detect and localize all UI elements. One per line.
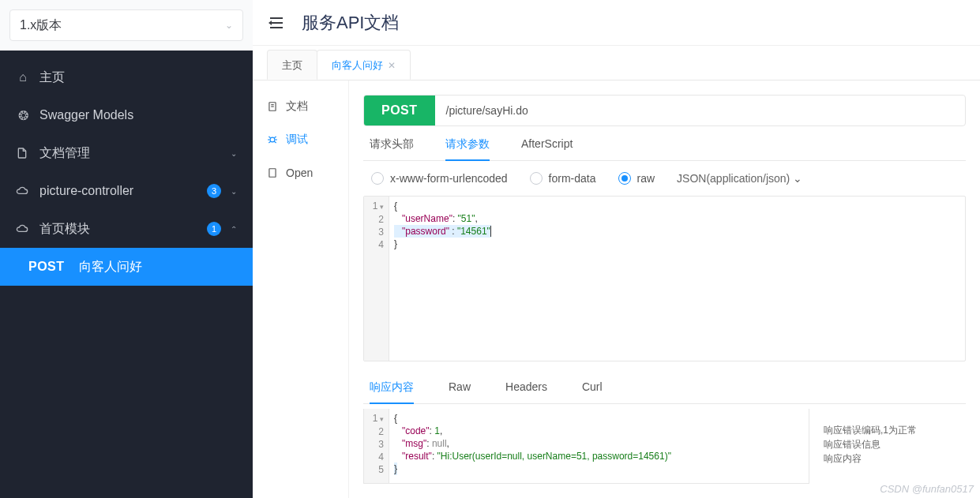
chevron-down-icon: ⌄ (225, 20, 233, 31)
resp-tab-content[interactable]: 响应内容 (370, 380, 414, 404)
side-tabs: 文档 调试 Open (253, 81, 349, 498)
line-number: 1 (364, 200, 384, 213)
chevron-down-icon: ⌄ (231, 149, 237, 158)
side-tab-open-label: Open (286, 167, 313, 179)
side-tab-open[interactable]: Open (253, 156, 348, 189)
close-icon[interactable]: ✕ (388, 60, 396, 71)
version-select[interactable]: 1.x版本 ⌄ (9, 9, 243, 41)
line-number: 3 (364, 438, 384, 451)
svg-line-10 (274, 137, 276, 138)
version-select-wrap: 1.x版本 ⌄ (0, 0, 253, 51)
response-area: 1 2 3 4 5 { "code": 1, "msg": null, "res… (363, 409, 966, 484)
caret (490, 226, 491, 237)
header: 服务API文档 (253, 0, 980, 46)
request-body-editor[interactable]: 1 2 3 4 { "userName": "51", "password" :… (363, 196, 966, 361)
svg-rect-13 (269, 169, 276, 178)
response-meta: 响应错误编码,1为正常 响应错误信息 响应内容 (824, 409, 966, 484)
req-tab-afterscript[interactable]: AfterScript (521, 137, 573, 160)
radio-icon (371, 172, 384, 185)
response-body-editor[interactable]: 1 2 3 4 5 { "code": 1, "msg": null, "res… (363, 409, 809, 484)
chevron-down-icon: ⌄ (793, 172, 802, 185)
side-tab-debug[interactable]: 调试 (253, 123, 348, 156)
radio-label: form-data (549, 172, 596, 185)
nav-picture-controller-label: picture-controller (39, 184, 197, 198)
badge-count: 1 (207, 222, 221, 236)
svg-point-6 (270, 137, 275, 142)
method-badge: POST (364, 95, 435, 125)
main: 服务API文档 主页 向客人问好 ✕ 文档 (253, 0, 980, 498)
line-number: 4 (364, 451, 384, 463)
radio-label: x-www-form-urlencoded (390, 172, 508, 185)
line-number: 4 (364, 238, 384, 251)
side-tab-doc-label: 文档 (286, 99, 308, 114)
request-line: POST /picture/sayHi.do (363, 95, 966, 126)
nav-doc-mgmt[interactable]: 文档管理 ⌄ (0, 134, 253, 172)
meta-result: 响应内容 (824, 451, 966, 466)
gutter: 1 2 3 4 (364, 197, 389, 361)
sidebar: 1.x版本 ⌄ ⌂ 主页 ❂ Swagger Models 文档管理 ⌄ (0, 0, 253, 498)
tab-greet[interactable]: 向客人问好 ✕ (317, 50, 411, 80)
nav-home-module[interactable]: 首页模块 1 ⌃ (0, 210, 253, 248)
req-tab-headers[interactable]: 请求头部 (370, 137, 414, 160)
chevron-down-icon: ⌄ (231, 187, 237, 196)
bug-icon (267, 134, 278, 145)
line-number: 2 (364, 425, 384, 438)
chevron-up-icon: ⌃ (231, 225, 237, 234)
radio-icon (530, 172, 543, 185)
code-area[interactable]: { "code": 1, "msg": null, "result": "Hi:… (389, 409, 809, 483)
tab-greet-label: 向客人问好 (332, 58, 383, 73)
svg-line-11 (268, 141, 270, 143)
line-number: 1 (364, 412, 384, 425)
tab-main[interactable]: 主页 (267, 50, 317, 80)
menu-collapse-icon[interactable] (268, 17, 284, 29)
home-icon: ⌂ (16, 70, 30, 84)
nav: ⌂ 主页 ❂ Swagger Models 文档管理 ⌄ picture-con… (0, 51, 253, 286)
radio-urlencoded[interactable]: x-www-form-urlencoded (371, 172, 508, 185)
resp-tab-raw[interactable]: Raw (449, 380, 471, 403)
code-area[interactable]: { "userName": "51", "password" : "14561"… (389, 197, 965, 361)
content: POST /picture/sayHi.do 请求头部 请求参数 AfterSc… (349, 81, 980, 498)
doc-icon (267, 101, 278, 112)
radio-raw[interactable]: raw (618, 172, 655, 185)
cube-icon: ❂ (16, 108, 30, 123)
body-type-radios: x-www-form-urlencoded form-data raw JSON… (363, 161, 966, 196)
line-number: 3 (364, 226, 384, 238)
method-label: POST (28, 260, 65, 274)
tab-main-label: 主页 (282, 58, 302, 73)
cloud-icon (16, 223, 30, 234)
nav-doc-mgmt-label: 文档管理 (39, 145, 221, 162)
nav-home-module-label: 首页模块 (39, 221, 197, 238)
meta-msg: 响应错误信息 (824, 437, 966, 451)
nav-sub-label: 向客人问好 (79, 259, 142, 275)
file-icon (16, 147, 30, 159)
nav-swagger-label: Swagger Models (39, 108, 237, 122)
svg-line-9 (268, 137, 270, 138)
radio-icon (618, 172, 631, 185)
top-tabs: 主页 向客人问好 ✕ (253, 46, 980, 81)
side-tab-doc[interactable]: 文档 (253, 90, 348, 123)
content-type-select[interactable]: JSON(application/json) ⌄ (677, 172, 802, 185)
side-tab-debug-label: 调试 (286, 133, 308, 147)
line-number: 5 (364, 463, 384, 476)
gutter: 1 2 3 4 5 (364, 409, 389, 483)
nav-sub-greet[interactable]: POST 向客人问好 (0, 248, 253, 286)
response-tabs: 响应内容 Raw Headers Curl (363, 369, 966, 404)
badge-count: 3 (207, 184, 221, 198)
page-title: 服务API文档 (302, 11, 399, 35)
radio-label: raw (637, 172, 655, 185)
req-tab-params[interactable]: 请求参数 (445, 137, 490, 161)
line-number: 2 (364, 213, 384, 226)
nav-swagger-models[interactable]: ❂ Swagger Models (0, 96, 253, 134)
resp-tab-headers[interactable]: Headers (505, 380, 547, 403)
watermark: CSDN @funfan0517 (880, 483, 974, 495)
version-select-label: 1.x版本 (20, 17, 62, 34)
nav-home[interactable]: ⌂ 主页 (0, 58, 253, 96)
nav-picture-controller[interactable]: picture-controller 3 ⌄ (0, 172, 253, 210)
request-tabs: 请求头部 请求参数 AfterScript (363, 126, 966, 161)
radio-formdata[interactable]: form-data (530, 172, 596, 185)
content-type-label: JSON(application/json) (677, 172, 790, 185)
cloud-icon (16, 185, 30, 197)
page-icon (267, 167, 278, 178)
resp-tab-curl[interactable]: Curl (582, 380, 603, 403)
request-path[interactable]: /picture/sayHi.do (435, 104, 539, 117)
